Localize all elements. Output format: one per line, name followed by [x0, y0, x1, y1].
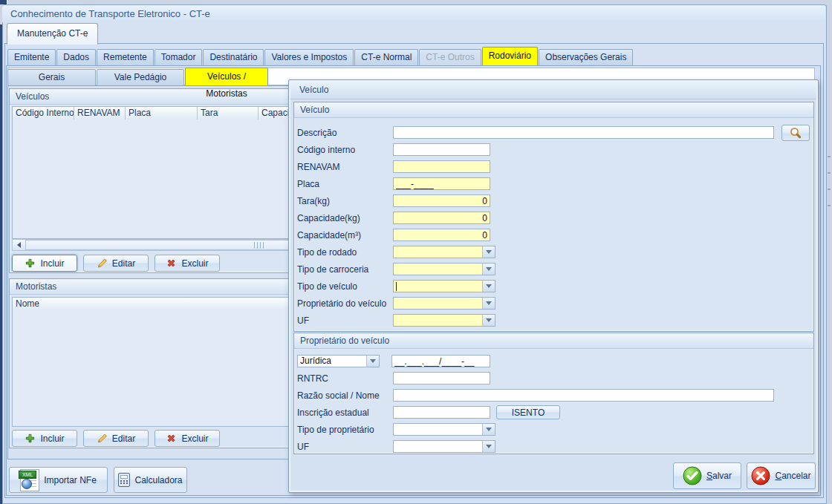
codigo-interno-input[interactable]: [393, 143, 490, 156]
tab-vale-pedagio[interactable]: Vale Pedágio: [97, 69, 184, 85]
check-circle-icon: [683, 466, 702, 485]
tab-veiculos-motoristas[interactable]: Veículos / Motoristas: [185, 68, 268, 85]
resize-dot: [828, 205, 831, 206]
tipo-veiculo-value: [394, 281, 482, 292]
owner-document-input[interactable]: [391, 355, 490, 367]
inscricao-estadual-label: Inscrição estadual: [297, 408, 393, 418]
save-label: Salvar: [706, 471, 732, 481]
owner-uf-combo[interactable]: [393, 440, 495, 453]
proprietario-combo[interactable]: [393, 297, 495, 310]
rntrc-label: RNTRC: [297, 373, 393, 384]
scroll-left-icon: [14, 242, 21, 248]
vehicles-add-button[interactable]: Incluir: [12, 255, 77, 272]
isento-button[interactable]: ISENTO: [496, 405, 560, 419]
x-circle-icon: [751, 466, 770, 485]
globe-icon: [22, 479, 32, 489]
scrollbar-grip-icon: [254, 242, 264, 249]
tab-dados[interactable]: Dados: [56, 49, 96, 65]
vehicle-dialog-title: Veículo: [290, 82, 816, 99]
uf-value: [394, 315, 482, 326]
tab-gerais[interactable]: Gerais: [7, 69, 96, 85]
vehicles-edit-label: Editar: [112, 258, 135, 269]
tab-tomador[interactable]: Tomador: [155, 49, 203, 65]
renavam-input[interactable]: [393, 160, 490, 173]
tipo-proprietario-dropdown-button[interactable]: [482, 424, 495, 435]
vehicles-add-label: Incluir: [40, 258, 64, 269]
tab-observacoes-gerais[interactable]: Observações Gerais: [539, 49, 633, 65]
tab-valores-e-impostos[interactable]: Valores e Impostos: [264, 49, 354, 65]
owner-uf-dropdown-button[interactable]: [482, 441, 495, 452]
placa-label: Placa: [297, 179, 393, 189]
tab-cte-normal[interactable]: CT-e Normal: [354, 49, 418, 65]
tipo-rodado-combo[interactable]: [393, 246, 495, 258]
screen: Conhecimento de Transporte Eletronico - …: [0, 0, 832, 504]
tipo-veiculo-dropdown-button[interactable]: [482, 281, 495, 292]
column-placa[interactable]: Placa: [126, 107, 198, 120]
drivers-edit-button[interactable]: Editar: [83, 430, 149, 447]
renavam-label: RENAVAM: [297, 162, 393, 172]
descricao-label: Descrição: [297, 128, 393, 138]
column-codigo-interno[interactable]: Código Interno: [13, 107, 74, 120]
drivers-delete-label: Excluir: [181, 433, 208, 444]
vehicles-button-row: Incluir Editar Excluir: [12, 255, 220, 272]
uf-dropdown-button[interactable]: [482, 315, 495, 326]
pencil-icon: [97, 433, 108, 444]
chevron-down-icon: [486, 267, 492, 274]
capacidade-m3-input[interactable]: [393, 229, 490, 241]
vehicle-dialog: Veículo Veículo Descrição Código interno…: [288, 79, 819, 493]
isento-label: ISENTO: [512, 408, 545, 418]
chevron-down-icon: [486, 284, 492, 291]
save-button[interactable]: Salvar: [673, 462, 741, 489]
plus-icon: [25, 258, 36, 269]
tipo-proprietario-combo[interactable]: [393, 423, 495, 436]
person-type-combo[interactable]: Jurídica: [297, 355, 380, 367]
drivers-add-label: Incluir: [40, 433, 64, 444]
placa-input[interactable]: [393, 177, 490, 190]
tab-remetente[interactable]: Remetente: [97, 49, 154, 65]
descricao-input[interactable]: [393, 126, 774, 139]
tab-destinatario[interactable]: Destinatário: [203, 49, 264, 65]
resize-dot: [828, 156, 831, 157]
text-caret: [396, 282, 397, 291]
tipo-carroceria-value: [394, 264, 482, 275]
person-type-dropdown-button[interactable]: [366, 356, 379, 367]
scroll-left-button[interactable]: [13, 240, 26, 250]
vehicles-edit-button[interactable]: Editar: [83, 255, 149, 272]
calculator-icon: [118, 473, 130, 487]
drivers-edit-label: Editar: [112, 433, 135, 444]
drivers-button-row: Incluir Editar Excluir: [12, 430, 220, 447]
rodoviario-sub-tab-bar: Gerais Vale Pedágio Veículos / Motorista…: [7, 68, 269, 85]
tipo-rodado-label: Tipo de rodado: [297, 247, 393, 258]
uf-combo[interactable]: [393, 314, 495, 327]
tipo-carroceria-dropdown-button[interactable]: [482, 264, 495, 275]
tab-emitente[interactable]: Emitente: [7, 49, 56, 65]
capacidade-kg-input[interactable]: [393, 212, 490, 224]
rntrc-input[interactable]: [393, 372, 490, 384]
import-nfe-label: Importar NFe: [44, 475, 97, 485]
tipo-carroceria-combo[interactable]: [393, 263, 495, 275]
razao-social-input[interactable]: [393, 389, 774, 402]
search-vehicle-button[interactable]: [781, 125, 810, 141]
proprietario-value: [394, 298, 482, 309]
capacidade-kg-label: Capacidade(kg): [297, 213, 393, 223]
calculator-button[interactable]: Calculadora: [114, 467, 187, 493]
column-renavam[interactable]: RENAVAM: [74, 107, 126, 120]
drivers-delete-button[interactable]: Excluir: [155, 430, 220, 447]
tab-manutencao-cte[interactable]: Manutenção CT-e: [7, 23, 98, 45]
proprietario-dropdown-button[interactable]: [482, 298, 495, 309]
owner-uf-label: UF: [297, 442, 393, 452]
vehicles-delete-label: Excluir: [181, 258, 208, 269]
inscricao-estadual-input[interactable]: [393, 406, 490, 419]
tara-input[interactable]: [393, 194, 490, 207]
tipo-rodado-dropdown-button[interactable]: [482, 246, 495, 258]
column-tara[interactable]: Tara: [198, 107, 259, 120]
chevron-down-icon: [486, 301, 492, 308]
resize-dot: [828, 172, 831, 174]
tipo-veiculo-combo[interactable]: [393, 280, 495, 292]
cancel-button[interactable]: Cancelar: [747, 462, 816, 489]
tab-rodoviario[interactable]: Rodoviário: [482, 47, 538, 65]
drivers-add-button[interactable]: Incluir: [12, 430, 77, 447]
import-nfe-button[interactable]: XML Importar NFe: [9, 467, 108, 493]
calculator-label: Calculadora: [134, 475, 182, 485]
vehicles-delete-button[interactable]: Excluir: [155, 255, 220, 272]
